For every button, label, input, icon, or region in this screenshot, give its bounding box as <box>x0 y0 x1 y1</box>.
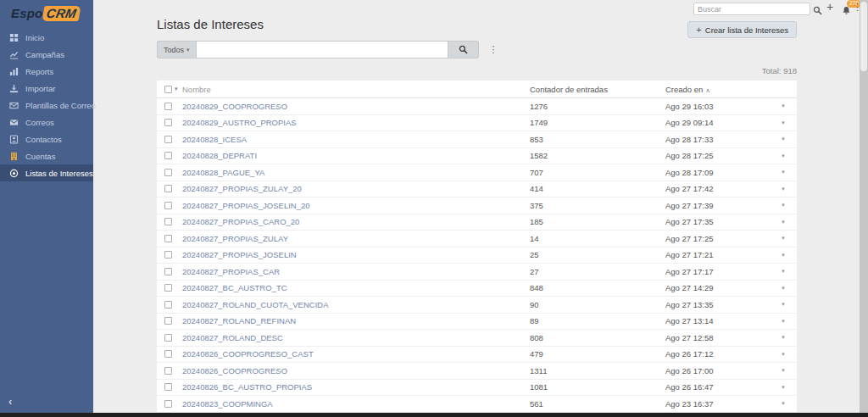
list-search-button[interactable] <box>448 41 479 58</box>
target-list-name-link[interactable]: 20240827_PROPIAS_CARO_20 <box>182 217 299 226</box>
target-list-name-link[interactable]: 20240829_COOPROGRESO <box>182 102 287 111</box>
create-target-list-button[interactable]: + Crear lista de Intereses <box>687 21 797 38</box>
sidebar-item-plantillas-de-correo[interactable]: Plantillas de Correo <box>0 97 93 114</box>
target-list-name-link[interactable]: 20240823_COOPMINGA <box>182 399 273 409</box>
row-checkbox[interactable] <box>164 202 172 209</box>
row-checkbox[interactable] <box>164 152 172 159</box>
row-checkbox[interactable] <box>164 235 172 242</box>
row-checkbox[interactable] <box>164 284 172 292</box>
row-actions-caret-icon[interactable]: ▾ <box>770 186 797 192</box>
target-list-name-link[interactable]: 20240827_ROLAND_REFINAN <box>182 316 296 325</box>
row-actions-caret-icon[interactable]: ▾ <box>770 367 797 374</box>
entry-count: 479 <box>530 349 665 359</box>
table-row: 20240827_PROPIAS_CAR 27 Ago 27 17:17 ▾ <box>157 264 797 281</box>
sidebar-item-cuentas[interactable]: Cuentas <box>0 147 93 164</box>
page-scrollbar[interactable] <box>860 0 868 413</box>
entry-count: 90 <box>530 300 665 309</box>
entry-count: 27 <box>530 267 665 276</box>
sidebar-item-listas-de-intereses[interactable]: Listas de Intereses <box>0 164 93 181</box>
created-at: Ago 27 13:14 <box>665 316 770 325</box>
row-actions-caret-icon[interactable]: ▾ <box>770 252 797 259</box>
table-row: 20240829_COOPROGRESO 1276 Ago 29 16:03 ▾ <box>157 98 797 115</box>
target-list-name-link[interactable]: 20240828_ICESA <box>182 135 247 144</box>
row-checkbox[interactable] <box>164 383 172 391</box>
target-list-name-link[interactable]: 20240827_ROLAND_CUOTA_VENCIDA <box>182 300 328 309</box>
sidebar-item-label: Inicio <box>25 33 44 42</box>
row-checkbox[interactable] <box>164 317 172 325</box>
list-menu-dots-icon[interactable]: ⋮ <box>489 44 498 55</box>
row-checkbox[interactable] <box>164 268 172 275</box>
row-actions-caret-icon[interactable]: ▾ <box>770 285 797 292</box>
row-actions-caret-icon[interactable]: ▾ <box>770 384 797 391</box>
target-list-name-link[interactable]: 20240827_PROPIAS_ZULAY_20 <box>182 184 302 193</box>
row-checkbox[interactable] <box>164 119 172 126</box>
row-checkbox[interactable] <box>164 251 172 259</box>
filter-dropdown-button[interactable]: Todos ▾ <box>157 41 196 58</box>
row-actions-caret-icon[interactable]: ▾ <box>770 400 797 407</box>
sidebar-item-inicio[interactable]: Inicio <box>0 29 93 46</box>
row-checkbox[interactable] <box>164 301 172 309</box>
row-checkbox[interactable] <box>164 136 172 143</box>
chart-bar-icon <box>9 67 19 76</box>
list-search-input[interactable] <box>196 41 448 58</box>
target-list-name-link[interactable]: 20240826_COOPROGRESO_CAST <box>182 349 314 359</box>
target-list-name-link[interactable]: 20240827_BC_AUSTRO_TC <box>182 283 287 292</box>
created-at: Ago 28 17:25 <box>665 151 770 160</box>
target-list-name-link[interactable]: 20240827_PROPIAS_JOSELIN <box>182 250 297 259</box>
row-checkbox[interactable] <box>164 350 172 358</box>
row-actions-caret-icon[interactable]: ▾ <box>770 202 797 208</box>
row-actions-caret-icon[interactable]: ▾ <box>770 301 797 308</box>
global-search-input[interactable] <box>693 3 810 15</box>
target-list-name-link[interactable]: 20240827_PROPIAS_JOSELIN_20 <box>182 201 310 210</box>
target-list-name-link[interactable]: 20240826_BC_AUSTRO_PROPIAS <box>182 382 312 392</box>
row-checkbox[interactable] <box>164 400 172 408</box>
header-creado-en[interactable]: Creado en∧ <box>665 85 770 94</box>
row-checkbox[interactable] <box>164 103 172 110</box>
entry-count: 1311 <box>530 366 665 375</box>
target-list-name-link[interactable]: 20240827_PROPIAS_ZULAY <box>182 234 288 243</box>
row-actions-caret-icon[interactable]: ▾ <box>770 219 797 225</box>
target-list-name-link[interactable]: 20240828_DEPRATI <box>182 151 257 160</box>
row-actions-caret-icon[interactable]: ▾ <box>770 169 797 175</box>
target-list-name-link[interactable]: 20240829_AUSTRO_PROPIAS <box>182 118 297 127</box>
bottom-edge-bar <box>0 413 868 417</box>
table-header-row: ▾ Nombre Contador de entradas Creado en∧ <box>157 81 797 98</box>
search-icon[interactable] <box>813 3 822 13</box>
row-actions-caret-icon[interactable]: ▾ <box>770 268 797 275</box>
created-at: Ago 27 17:35 <box>665 217 770 226</box>
target-list-name-link[interactable]: 20240827_PROPIAS_CAR <box>182 267 280 276</box>
row-actions-caret-icon[interactable]: ▾ <box>770 120 797 126</box>
espocrm-logo[interactable]: EspoCRM <box>0 0 93 21</box>
target-list-name-link[interactable]: 20240826_COOPROGRESO <box>182 366 287 375</box>
target-list-name-link[interactable]: 20240828_PAGUE_YA <box>182 168 264 177</box>
sidebar-item-campañas[interactable]: Campañas <box>0 46 93 63</box>
row-actions-caret-icon[interactable]: ▾ <box>770 136 797 142</box>
entry-count: 707 <box>530 168 665 177</box>
row-actions-caret-icon[interactable]: ▾ <box>770 153 797 159</box>
select-menu-caret-icon[interactable]: ▾ <box>175 86 178 92</box>
scrollbar-thumb[interactable] <box>860 2 867 71</box>
row-checkbox[interactable] <box>164 334 172 342</box>
row-actions-caret-icon[interactable]: ▾ <box>770 103 797 109</box>
row-actions-caret-icon[interactable]: ▾ <box>770 351 797 358</box>
row-checkbox[interactable] <box>164 185 172 192</box>
select-all-checkbox[interactable] <box>164 86 172 93</box>
sidebar-item-contactos[interactable]: Contactos <box>0 131 93 147</box>
row-checkbox[interactable] <box>164 218 172 225</box>
sidebar-item-reports[interactable]: Reports <box>0 63 93 80</box>
quick-create-plus-icon[interactable]: + <box>826 0 833 14</box>
created-at: Ago 29 09:14 <box>665 118 770 127</box>
header-contador[interactable]: Contador de entradas <box>530 85 665 94</box>
sidebar-item-correos[interactable]: Correos <box>0 114 93 131</box>
sidebar-collapse-icon[interactable]: ‹ <box>8 395 12 408</box>
header-nombre[interactable]: Nombre <box>182 85 530 94</box>
row-actions-caret-icon[interactable]: ▾ <box>770 235 797 242</box>
created-at: Ago 23 16:37 <box>665 399 770 409</box>
target-list-name-link[interactable]: 20240827_ROLAND_DESC <box>182 333 283 342</box>
row-actions-caret-icon[interactable]: ▾ <box>770 334 797 341</box>
row-checkbox[interactable] <box>164 169 172 176</box>
created-at: Ago 27 17:42 <box>665 184 770 193</box>
row-checkbox[interactable] <box>164 367 172 375</box>
sidebar-item-importar[interactable]: Importar <box>0 80 93 97</box>
row-actions-caret-icon[interactable]: ▾ <box>770 318 797 325</box>
